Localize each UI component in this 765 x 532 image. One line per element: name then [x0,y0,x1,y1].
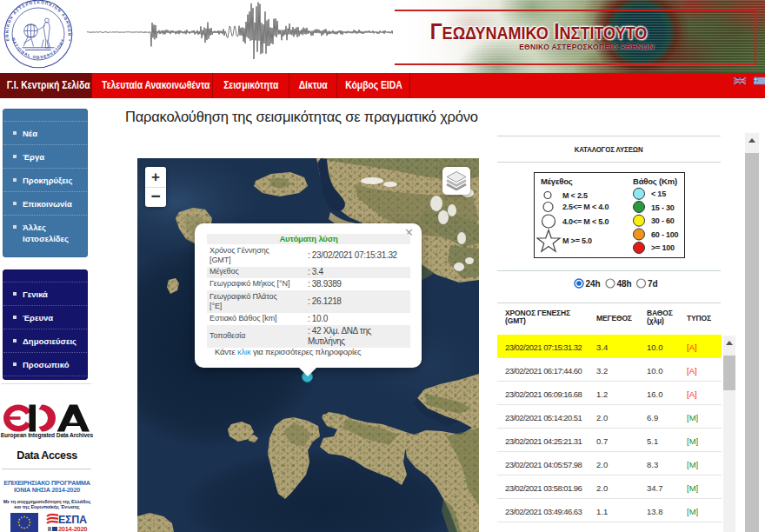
svg-text:Βάθος (Km): Βάθος (Km) [633,176,677,186]
svg-text:7d: 7d [648,279,658,289]
svg-text:< 15: < 15 [651,190,666,198]
svg-text:>= 100: >= 100 [651,243,675,252]
svg-text:Μέγεθος: Μέγεθος [541,176,573,186]
svg-text:15 - 30: 15 - 30 [651,203,675,212]
svg-text:48h: 48h [617,279,632,289]
svg-text:4.0<= M < 5.0: 4.0<= M < 5.0 [562,217,609,226]
svg-text:30 - 60: 30 - 60 [651,216,675,225]
svg-text:24h: 24h [586,279,601,289]
svg-text:M >= 5.0: M >= 5.0 [562,236,592,245]
svg-text:2.5<= M < 4.0: 2.5<= M < 4.0 [562,203,609,211]
svg-text:2014-2020: 2014-2020 [58,525,87,532]
svg-text:M < 2.5: M < 2.5 [562,191,588,200]
svg-text:60 - 100: 60 - 100 [651,230,679,239]
